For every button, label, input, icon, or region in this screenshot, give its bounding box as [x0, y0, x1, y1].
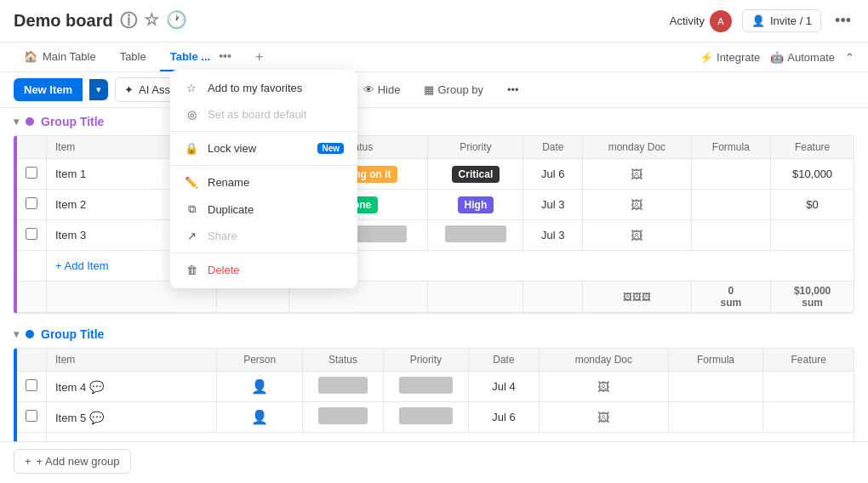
row-4-item[interactable]: Item 4 💬	[47, 372, 217, 402]
clock-icon[interactable]: 🕐	[166, 9, 187, 32]
group-2-header[interactable]: ▾ Group Title	[0, 321, 868, 348]
row-4-formula	[668, 372, 763, 402]
info-icon[interactable]: ⓘ	[120, 9, 137, 32]
new-item-dropdown-button[interactable]: ▾	[89, 79, 108, 100]
group-1-header-row: Item Person Status Priority Date monday …	[17, 136, 854, 159]
row-1-formula	[691, 159, 771, 190]
menu-add-favorites-label: Add to my favorites	[208, 82, 302, 94]
integrate-label: Integrate	[717, 51, 760, 64]
invite-button[interactable]: 👤 Invite / 1	[742, 9, 821, 32]
ai-icon: ✦	[124, 83, 134, 96]
col-item-2: Item	[47, 349, 217, 372]
group-1-header[interactable]: ▾ Group Title	[0, 108, 868, 135]
group-2-chevron[interactable]: ▾	[14, 328, 19, 340]
doc-icon-4: 🖼	[597, 380, 609, 394]
priority-high-badge: High	[458, 196, 494, 213]
row-5-status[interactable]	[303, 402, 383, 433]
menu-rename[interactable]: ✏️ Rename	[170, 169, 357, 196]
group-icon: ▦	[424, 83, 434, 96]
doc-icon-2: 🖼	[631, 198, 642, 212]
person-plus-icon: 👤	[751, 14, 765, 27]
row-3-priority[interactable]	[428, 220, 523, 251]
toolbar-more-button[interactable]: •••	[499, 79, 528, 100]
tab-options-button[interactable]: •••	[215, 49, 235, 63]
tab-main-table[interactable]: 🏠 Main Table	[14, 43, 106, 71]
col-priority-2: Priority	[383, 349, 468, 372]
add-item-row-1[interactable]: + Add Item	[17, 251, 854, 281]
group-2-title: Group Title	[41, 327, 104, 341]
tab-table-label: Table	[120, 50, 146, 63]
group-1-title: Group Title	[41, 115, 104, 128]
col-priority: Priority	[428, 136, 523, 159]
row-5-item[interactable]: Item 5 💬	[47, 402, 217, 433]
star-menu-icon: ☆	[184, 82, 199, 94]
group-2-header-row: Item Person Status Priority Date monday …	[17, 349, 854, 372]
menu-duplicate[interactable]: ⧉ Duplicate	[170, 196, 357, 223]
sum-row-1: 🖼🖼🖼 0sum $10,000sum	[17, 281, 854, 313]
board-title-icons: ⓘ ☆ 🕐	[120, 9, 187, 32]
star-icon[interactable]: ☆	[144, 9, 159, 32]
row-3-checkbox[interactable]	[26, 228, 37, 240]
activity-button[interactable]: Activity A	[670, 10, 732, 32]
add-tab-button[interactable]: +	[248, 43, 270, 71]
doc-icon-5: 🖼	[597, 411, 609, 424]
col-feature-2: Feature	[763, 349, 854, 372]
row-3-feature	[771, 220, 854, 251]
board-title: Demo board	[14, 11, 113, 31]
group-1-data-table: Item Person Status Priority Date monday …	[17, 136, 854, 313]
col-person-2: Person	[217, 349, 303, 372]
collapse-button[interactable]: ⌃	[845, 51, 854, 64]
lock-menu-icon: 🔒	[184, 142, 199, 155]
add-item-label-1[interactable]: + Add Item	[47, 251, 854, 281]
header-more-button[interactable]: •••	[831, 9, 854, 33]
menu-share-label: Share	[208, 230, 237, 242]
row-5-checkbox[interactable]	[26, 410, 37, 422]
menu-delete[interactable]: 🗑 Delete	[170, 257, 357, 283]
priority-critical-badge: Critical	[452, 166, 500, 183]
col-date-2: Date	[468, 349, 539, 372]
row-5-feature	[763, 402, 854, 433]
integrate-button[interactable]: ⚡ Integrate	[700, 51, 760, 64]
add-group-button[interactable]: + + Add new group	[14, 449, 131, 474]
row-1-doc: 🖼	[583, 159, 691, 190]
row-4-priority[interactable]	[383, 372, 468, 402]
new-item-button[interactable]: New Item	[14, 78, 83, 101]
plus-icon: +	[25, 455, 31, 468]
row-4-person: 👤	[217, 372, 303, 402]
menu-add-favorites[interactable]: ☆ Add to my favorites	[170, 75, 357, 101]
row-4-feature	[763, 372, 854, 402]
group-1-chevron[interactable]: ▾	[14, 116, 19, 128]
col-status-2: Status	[303, 349, 383, 372]
sum-formula-1: 0sum	[691, 281, 771, 313]
menu-duplicate-label: Duplicate	[208, 203, 254, 216]
menu-rename-label: Rename	[208, 176, 249, 189]
row-4-status[interactable]	[303, 372, 383, 402]
row-2-checkbox[interactable]	[26, 197, 37, 209]
menu-lock-view[interactable]: 🔒 Lock view New	[170, 135, 357, 162]
row-1-checkbox[interactable]	[26, 167, 37, 179]
home-icon: 🏠	[24, 50, 37, 63]
user-avatar: A	[710, 10, 732, 32]
table-row: Item 2 👤 Done High Jul 3 🖼 $0	[17, 190, 854, 220]
group-by-button[interactable]: ▦ Group by	[415, 79, 491, 100]
menu-set-default-label: Set as board default	[208, 108, 306, 121]
table-row: Item 3 👤 Jul 3 🖼	[17, 220, 854, 251]
automate-button[interactable]: 🤖 Automate	[770, 51, 835, 64]
duplicate-menu-icon: ⧉	[184, 202, 199, 216]
row-2-priority[interactable]: High	[428, 190, 523, 220]
tab-main-table-label: Main Table	[43, 50, 96, 63]
row-5-person: 👤	[217, 402, 303, 433]
col-formula-2: Formula	[668, 349, 763, 372]
sum-feature-1: $10,000sum	[771, 281, 854, 313]
row-5-doc: 🖼	[540, 402, 669, 433]
row-4-checkbox[interactable]	[26, 379, 37, 391]
row-5-priority[interactable]	[383, 402, 468, 433]
tab-table-active[interactable]: Table ... •••	[160, 43, 245, 71]
row-1-priority[interactable]: Critical	[428, 159, 523, 190]
hide-button[interactable]: 👁 Hide	[355, 79, 409, 100]
delete-menu-icon: 🗑	[184, 264, 199, 276]
doc-icon-3: 🖼	[631, 229, 642, 242]
menu-set-default: ◎ Set as board default	[170, 101, 357, 128]
row-2-feature: $0	[771, 190, 854, 220]
tab-table[interactable]: Table	[110, 43, 157, 71]
